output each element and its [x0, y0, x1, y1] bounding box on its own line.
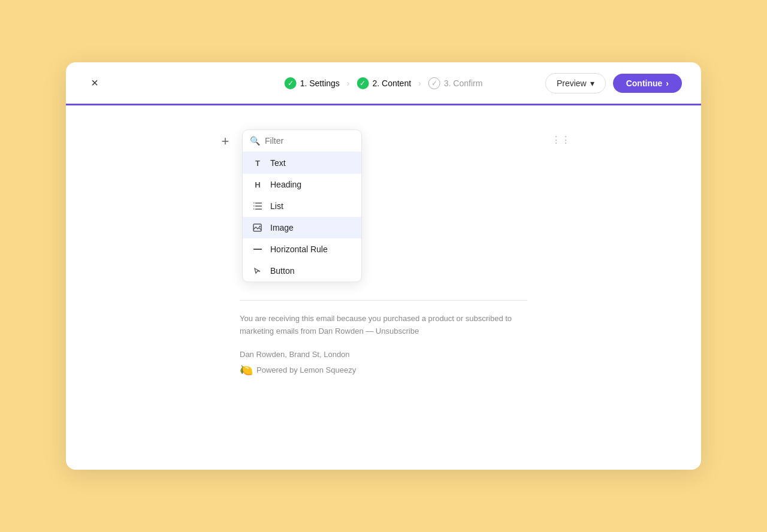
preview-label: Preview [557, 78, 587, 88]
button-label: Button [270, 266, 294, 276]
image-label: Image [270, 223, 294, 232]
step-settings-icon: ✓ [285, 77, 297, 89]
search-icon: 🔍 [250, 136, 260, 146]
drag-handle-icon[interactable]: ⋮⋮ [551, 134, 570, 146]
powered-by: 🍋 Powered by Lemon Squeezy [240, 364, 527, 377]
svg-rect-5 [253, 208, 255, 210]
text-icon: T [252, 158, 263, 168]
step-content[interactable]: ✓ 2. Content [357, 77, 411, 89]
menu-item-heading[interactable]: H Heading [243, 174, 361, 195]
menu-item-list[interactable]: List [243, 195, 361, 217]
step-confirm-icon: ✓ [428, 77, 440, 89]
svg-rect-3 [253, 202, 255, 204]
svg-rect-4 [253, 205, 255, 207]
filter-input[interactable] [265, 136, 354, 146]
preview-chevron-icon: ▾ [590, 78, 594, 88]
horizontal-rule-icon [252, 244, 263, 255]
continue-button[interactable]: Continue › [613, 74, 682, 93]
brand-text: Dan Rowden, Brand St, London [240, 350, 527, 359]
step-confirm-label: 3. Confirm [444, 78, 483, 88]
button-icon [252, 265, 263, 276]
block-type-dropdown: 🔍 T Text H Heading [242, 129, 362, 282]
separator-2: › [418, 78, 421, 88]
image-icon [252, 222, 263, 233]
lemon-icon: 🍋 [240, 364, 253, 377]
step-settings-label: 1. Settings [300, 78, 340, 88]
content-divider [240, 300, 527, 301]
plus-icon: + [222, 134, 230, 149]
menu-item-text[interactable]: T Text [243, 152, 361, 174]
menu-item-image[interactable]: Image [243, 217, 361, 238]
filter-input-wrap: 🔍 [243, 130, 361, 152]
powered-label: Powered by Lemon Squeezy [256, 365, 356, 374]
list-icon [252, 201, 263, 211]
add-block-button[interactable]: + [216, 132, 235, 151]
editor-row: + 🔍 T Text H Heading [216, 129, 551, 282]
menu-item-button[interactable]: Button [243, 260, 361, 282]
svg-point-7 [259, 226, 260, 227]
separator-1: › [347, 78, 350, 88]
continue-label: Continue [626, 78, 663, 88]
svg-rect-6 [253, 224, 261, 231]
step-content-label: 2. Content [372, 78, 411, 88]
step-content-icon: ✓ [357, 77, 369, 89]
close-button[interactable]: × [85, 74, 104, 93]
menu-item-horizontal-rule[interactable]: Horizontal Rule [243, 238, 361, 260]
heading-label: Heading [270, 180, 301, 189]
content-area: + 🔍 T Text H Heading [66, 105, 701, 470]
step-settings[interactable]: ✓ 1. Settings [285, 77, 340, 89]
list-label: List [270, 201, 283, 211]
header: × ✓ 1. Settings › ✓ 2. Content › ✓ 3. Co… [66, 62, 701, 105]
heading-icon: H [252, 179, 263, 190]
stepper: ✓ 1. Settings › ✓ 2. Content › ✓ 3. Conf… [285, 77, 483, 89]
continue-arrow-icon: › [666, 78, 669, 88]
unsubscribe-text: You are receiving this email because you… [240, 313, 527, 338]
preview-button[interactable]: Preview ▾ [545, 73, 606, 93]
text-label: Text [270, 158, 286, 168]
step-confirm[interactable]: ✓ 3. Confirm [428, 77, 483, 89]
header-actions: Preview ▾ Continue › [545, 73, 682, 93]
close-icon: × [91, 76, 98, 90]
modal-container: × ✓ 1. Settings › ✓ 2. Content › ✓ 3. Co… [66, 62, 701, 470]
horizontal-rule-label: Horizontal Rule [270, 244, 328, 254]
